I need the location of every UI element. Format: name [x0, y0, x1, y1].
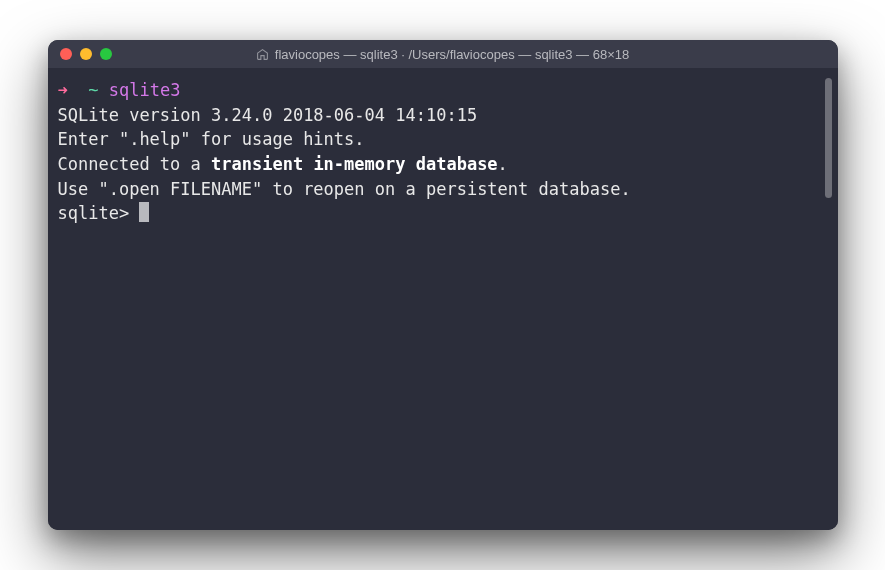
output-line: SQLite version 3.24.0 2018-06-04 14:10:1… — [58, 103, 820, 128]
prompt-tilde: ~ — [88, 80, 98, 100]
home-icon — [256, 48, 269, 61]
command-text: sqlite3 — [109, 80, 181, 100]
output-line: Use ".open FILENAME" to reopen on a pers… — [58, 177, 820, 202]
terminal-body[interactable]: ➜ ~ sqlite3SQLite version 3.24.0 2018-06… — [48, 68, 838, 530]
cursor — [139, 202, 149, 222]
scrollbar-thumb[interactable] — [825, 78, 832, 198]
output-line: Enter ".help" for usage hints. — [58, 127, 820, 152]
terminal-content[interactable]: ➜ ~ sqlite3SQLite version 3.24.0 2018-06… — [58, 78, 820, 520]
output-line: Connected to a transient in-memory datab… — [58, 152, 820, 177]
window-title-text: flaviocopes — sqlite3 ∙ /Users/flaviocop… — [275, 47, 629, 62]
sqlite-prompt-line: sqlite> — [58, 201, 820, 226]
terminal-window: flaviocopes — sqlite3 ∙ /Users/flaviocop… — [48, 40, 838, 530]
prompt-arrow: ➜ — [58, 80, 68, 100]
bold-text: transient in-memory database — [211, 154, 498, 174]
close-button[interactable] — [60, 48, 72, 60]
scrollbar-track[interactable] — [820, 78, 832, 520]
window-title: flaviocopes — sqlite3 ∙ /Users/flaviocop… — [256, 47, 629, 62]
traffic-lights — [48, 48, 112, 60]
window-titlebar[interactable]: flaviocopes — sqlite3 ∙ /Users/flaviocop… — [48, 40, 838, 68]
maximize-button[interactable] — [100, 48, 112, 60]
sqlite-prompt: sqlite> — [58, 203, 140, 223]
minimize-button[interactable] — [80, 48, 92, 60]
